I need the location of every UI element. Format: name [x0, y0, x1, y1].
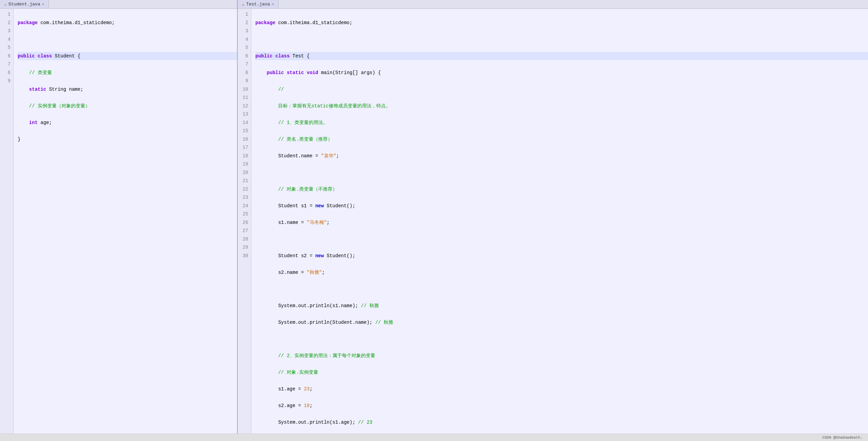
line-7: int age; — [18, 119, 237, 127]
left-tab-close[interactable]: ✕ — [42, 2, 44, 7]
left-code-area[interactable]: 1 2 3 4 5 6 7 8 9 package com.itheima.d1… — [0, 9, 237, 434]
r-line-7: // 1、类变量的用法。 — [255, 119, 868, 127]
line-1: package com.itheima.d1_staticdemo; — [18, 19, 237, 27]
r-line-11: // 对象.类变量（不推荐） — [255, 185, 868, 194]
r-line-16: s2.name = "秋雅"; — [255, 268, 868, 277]
line-4: // 类变量 — [18, 69, 237, 77]
r-line-8: // 类名.类变量（推荐） — [255, 135, 868, 144]
left-tab[interactable]: ☕ Student.java ✕ — [0, 0, 49, 8]
right-tab-bar: ☕ Test.java ✕ — [238, 0, 868, 9]
line-6: // 实例变量（对象的变量） — [18, 102, 237, 110]
left-code-content[interactable]: package com.itheima.d1_staticdemo; publi… — [14, 9, 237, 434]
r-line-15: Student s2 = new Student(); — [255, 252, 868, 260]
right-tab-label: Test.java — [246, 2, 270, 7]
right-tab[interactable]: ☕ Test.java ✕ — [238, 0, 278, 8]
left-line-numbers: 1 2 3 4 5 6 7 8 9 — [0, 9, 14, 434]
right-line-numbers: 1 2 3 4 5 6 7 8 9 10 11 12 13 14 15 16 1 — [238, 9, 251, 434]
r-line-12: Student s1 = new Student(); — [255, 202, 868, 210]
r-line-17 — [255, 285, 868, 294]
r-line-19: System.out.println(Student.name); // 秋雅 — [255, 318, 868, 327]
editors-row: ☕ Student.java ✕ 1 2 3 4 5 6 7 8 9 packa — [0, 0, 868, 434]
right-editor-pane: ☕ Test.java ✕ 1 2 3 4 5 6 7 8 9 10 11 — [238, 0, 868, 434]
footer-label: CSDN @Shadowdeath. — [822, 436, 863, 440]
left-editor-pane: ☕ Student.java ✕ 1 2 3 4 5 6 7 8 9 packa — [0, 0, 238, 434]
r-line-24: s2.age = 18; — [255, 402, 868, 410]
r-line-18: System.out.println(s1.name); // 秋雅 — [255, 302, 868, 310]
r-line-14 — [255, 235, 868, 244]
r-line-23: s1.age = 23; — [255, 385, 868, 393]
r-line-3: public class Test { — [255, 52, 868, 60]
right-code-content[interactable]: package com.itheima.d1_staticdemo; publi… — [251, 9, 868, 434]
left-tab-label: Student.java — [8, 2, 40, 7]
right-tab-icon: ☕ — [242, 2, 245, 7]
line-3: public class Student { — [18, 52, 237, 60]
r-line-2 — [255, 35, 868, 44]
r-line-6: 目标：掌握有无static修饰成员变量的用法，特点。 — [255, 102, 868, 110]
right-code-area[interactable]: 1 2 3 4 5 6 7 8 9 10 11 12 13 14 15 16 1 — [238, 9, 868, 434]
left-tab-icon: ☕ — [4, 2, 7, 7]
r-line-22: // 对象.实例变量 — [255, 368, 868, 377]
right-tab-close[interactable]: ✕ — [272, 2, 274, 7]
line-9 — [18, 152, 237, 160]
left-tab-bar: ☕ Student.java ✕ — [0, 0, 237, 9]
r-line-21: // 2、实例变量的用法：属于每个对象的变量 — [255, 352, 868, 360]
footer-bar: CSDN @Shadowdeath. — [0, 434, 868, 441]
line-8: } — [18, 135, 237, 144]
line-2 — [18, 35, 237, 44]
r-line-9: Student.name = "袁华"; — [255, 152, 868, 160]
r-line-4: public static void main(String[] args) { — [255, 69, 868, 77]
r-line-25: System.out.println(s1.age); // 23 — [255, 418, 868, 427]
r-line-13: s1.name = "马冬梅"; — [255, 218, 868, 227]
r-line-1: package com.itheima.d1_staticdemo; — [255, 19, 868, 27]
r-line-20 — [255, 335, 868, 343]
r-line-5: // — [255, 85, 868, 94]
line-5: static String name; — [18, 85, 237, 94]
editor-container: ☕ Student.java ✕ 1 2 3 4 5 6 7 8 9 packa — [0, 0, 868, 441]
r-line-10 — [255, 169, 868, 177]
